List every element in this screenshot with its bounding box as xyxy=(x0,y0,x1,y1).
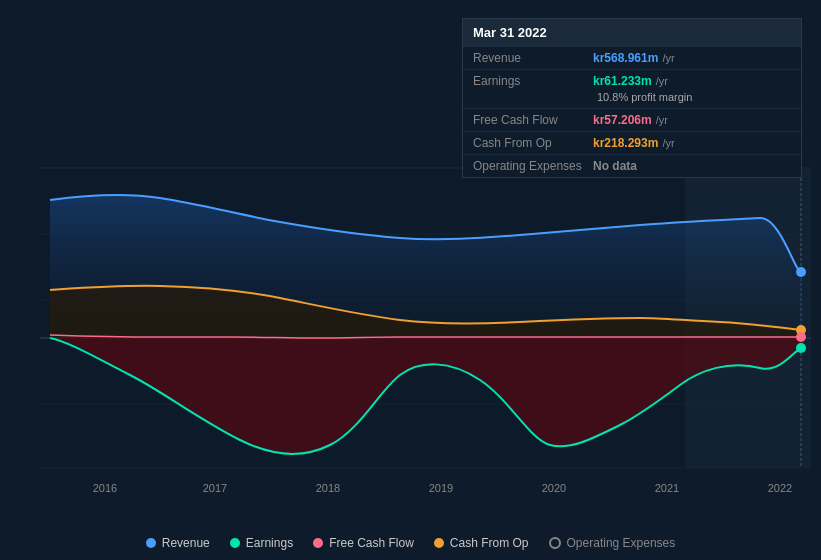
tooltip-earnings-row: Earnings kr61.233m /yr 10.8% profit marg… xyxy=(463,69,801,108)
tooltip-earnings-unit: /yr xyxy=(656,75,668,87)
tooltip-panel: Mar 31 2022 Revenue kr568.961m /yr Earni… xyxy=(462,18,802,178)
legend-earnings-label: Earnings xyxy=(246,536,293,550)
x-label-2021: 2021 xyxy=(655,482,679,494)
tooltip-fcf-value: kr57.206m xyxy=(593,113,652,127)
legend-earnings[interactable]: Earnings xyxy=(230,536,293,550)
x-label-2017: 2017 xyxy=(203,482,227,494)
tooltip-date: Mar 31 2022 xyxy=(463,19,801,46)
legend-fcf-dot xyxy=(313,538,323,548)
tooltip-revenue-unit: /yr xyxy=(662,52,674,64)
legend-opex-dot xyxy=(549,537,561,549)
tooltip-fcf-row: Free Cash Flow kr57.206m /yr xyxy=(463,108,801,131)
x-label-2018: 2018 xyxy=(316,482,340,494)
tooltip-fcf-label: Free Cash Flow xyxy=(473,113,593,127)
legend-earnings-dot xyxy=(230,538,240,548)
legend-fcf-label: Free Cash Flow xyxy=(329,536,414,550)
x-label-2019: 2019 xyxy=(429,482,453,494)
tooltip-opex-value: No data xyxy=(593,159,637,173)
legend-opex[interactable]: Operating Expenses xyxy=(549,536,676,550)
tooltip-cashop-value: kr218.293m xyxy=(593,136,658,150)
x-label-2022: 2022 xyxy=(768,482,792,494)
tooltip-revenue-label: Revenue xyxy=(473,51,593,65)
chart-legend: Revenue Earnings Free Cash Flow Cash Fro… xyxy=(0,536,821,550)
legend-fcf[interactable]: Free Cash Flow xyxy=(313,536,414,550)
tooltip-cashop-row: Cash From Op kr218.293m /yr xyxy=(463,131,801,154)
tooltip-cashop-unit: /yr xyxy=(662,137,674,149)
x-label-2016: 2016 xyxy=(93,482,117,494)
tooltip-opex-row: Operating Expenses No data xyxy=(463,154,801,177)
legend-revenue-label: Revenue xyxy=(162,536,210,550)
tooltip-opex-label: Operating Expenses xyxy=(473,159,593,173)
svg-point-10 xyxy=(796,267,806,277)
tooltip-revenue-row: Revenue kr568.961m /yr xyxy=(463,46,801,69)
tooltip-earnings-value: kr61.233m xyxy=(593,74,652,88)
tooltip-earnings-label: Earnings xyxy=(473,74,593,88)
legend-opex-label: Operating Expenses xyxy=(567,536,676,550)
svg-point-12 xyxy=(796,343,806,353)
tooltip-cashop-label: Cash From Op xyxy=(473,136,593,150)
legend-cashop-label: Cash From Op xyxy=(450,536,529,550)
tooltip-revenue-value: kr568.961m xyxy=(593,51,658,65)
x-label-2020: 2020 xyxy=(542,482,566,494)
svg-point-13 xyxy=(796,332,806,342)
legend-cashop-dot xyxy=(434,538,444,548)
tooltip-earnings-sub: 10.8% profit margin xyxy=(597,91,692,103)
legend-revenue-dot xyxy=(146,538,156,548)
legend-revenue[interactable]: Revenue xyxy=(146,536,210,550)
legend-cashop[interactable]: Cash From Op xyxy=(434,536,529,550)
tooltip-fcf-unit: /yr xyxy=(656,114,668,126)
